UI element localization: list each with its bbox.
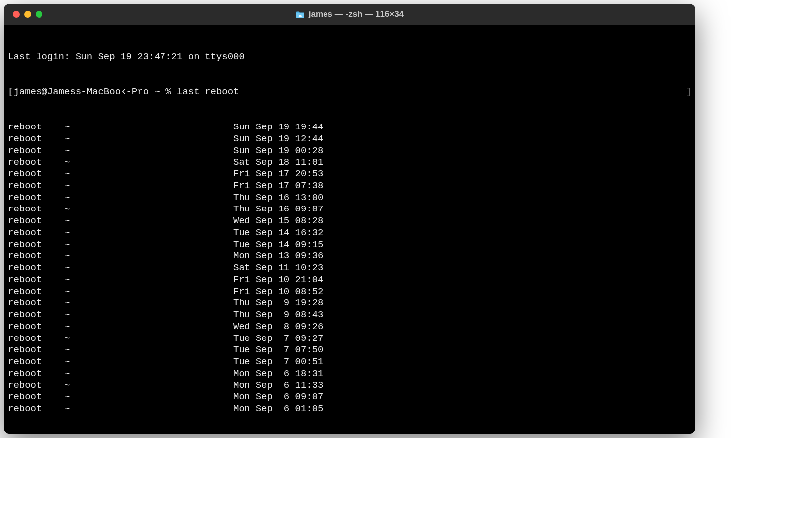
reboot-row: reboot ~ Fri Sep 17 20:53: [8, 168, 691, 180]
reboot-row: reboot ~ Thu Sep 16 13:00: [8, 192, 691, 204]
minimize-button[interactable]: [24, 11, 31, 18]
reboot-row: reboot ~ Tue Sep 7 00:51: [8, 356, 691, 368]
reboot-row: reboot ~ Sat Sep 18 11:01: [8, 157, 691, 168]
reboot-row: reboot ~ Sun Sep 19 12:44: [8, 133, 691, 145]
terminal-body[interactable]: Last login: Sun Sep 19 23:47:21 on ttys0…: [4, 25, 695, 434]
traffic-lights: [4, 11, 42, 18]
prompt-close-bracket: ]: [686, 86, 691, 98]
maximize-button[interactable]: [36, 11, 42, 18]
prompt-open-bracket: [: [8, 86, 13, 97]
reboot-row: reboot ~ Mon Sep 6 18:31: [8, 368, 691, 380]
window-title-text: james — -zsh — 116×34: [309, 9, 404, 19]
window-title: james — -zsh — 116×34: [296, 9, 404, 19]
reboot-row: reboot ~ Thu Sep 9 19:28: [8, 297, 691, 309]
reboot-row: reboot ~ Tue Sep 7 09:27: [8, 333, 691, 345]
prompt-text: james@Jamess-MacBook-Pro ~ %: [13, 86, 177, 97]
reboot-row: reboot ~ Mon Sep 6 09:07: [8, 391, 691, 403]
reboot-row: reboot ~ Wed Sep 8 09:26: [8, 321, 691, 333]
reboot-row: reboot ~ Sat Sep 11 10:23: [8, 262, 691, 274]
reboot-row: reboot ~ Tue Sep 14 16:32: [8, 227, 691, 239]
home-folder-icon: [296, 11, 305, 18]
reboot-row: reboot ~ Mon Sep 6 01:05: [8, 403, 691, 415]
reboot-row: reboot ~ Mon Sep 13 09:36: [8, 251, 691, 262]
last-login-line: Last login: Sun Sep 19 23:47:21 on ttys0…: [8, 51, 691, 63]
reboot-row: reboot ~ Fri Sep 10 08:52: [8, 286, 691, 298]
reboot-row: reboot ~ Fri Sep 17 07:38: [8, 180, 691, 192]
reboot-output: reboot ~ Sun Sep 19 19:44reboot ~ Sun Se…: [8, 122, 691, 415]
reboot-row: reboot ~ Mon Sep 6 11:33: [8, 380, 691, 392]
reboot-row: reboot ~ Tue Sep 7 07:50: [8, 344, 691, 356]
command-line: [james@Jamess-MacBook-Pro ~ % last reboo…: [8, 86, 691, 98]
reboot-row: reboot ~ Sun Sep 19 00:28: [8, 145, 691, 157]
reboot-row: reboot ~ Sun Sep 19 19:44: [8, 122, 691, 133]
typed-command: last reboot: [177, 86, 239, 97]
title-bar: james — -zsh — 116×34: [4, 4, 695, 25]
reboot-row: reboot ~ Thu Sep 9 08:43: [8, 309, 691, 321]
reboot-row: reboot ~ Tue Sep 14 09:15: [8, 239, 691, 251]
reboot-row: reboot ~ Fri Sep 10 21:04: [8, 274, 691, 286]
terminal-window: james — -zsh — 116×34 Last login: Sun Se…: [4, 4, 695, 434]
reboot-row: reboot ~ Wed Sep 15 08:28: [8, 215, 691, 227]
reboot-row: reboot ~ Thu Sep 16 09:07: [8, 204, 691, 215]
close-button[interactable]: [13, 11, 20, 18]
